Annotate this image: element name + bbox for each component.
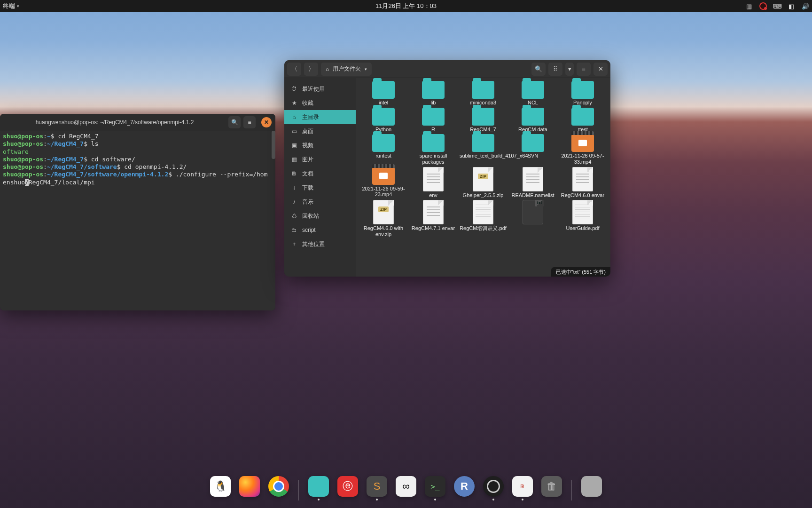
file-item[interactable]: intel: [359, 80, 407, 106]
dock-item-terminal[interactable]: >_: [425, 476, 445, 500]
prompt-command: ./configure --prefix=/hom: [172, 171, 268, 178]
clock[interactable]: 11月26日 上午 10：03: [375, 2, 437, 10]
file-item[interactable]: spare install packages: [409, 133, 457, 165]
terminal-cursor: /: [25, 179, 29, 186]
file-item[interactable]: RegCM data: [509, 107, 557, 133]
pathbar[interactable]: ⌂ 用户文件夹 ▾: [321, 63, 372, 76]
sidebar-item[interactable]: ⌂主目录: [284, 110, 356, 124]
file-item[interactable]: RegCM培训讲义.pdf: [459, 199, 507, 237]
dock-item-apps[interactable]: [581, 476, 602, 500]
terminal-titlebar[interactable]: huangwenshuo@pop-os: ~/RegCM4_7/software…: [0, 114, 275, 131]
file-item[interactable]: lib: [409, 80, 457, 106]
file-item[interactable]: 2021-11-26 09-59-23.mp4: [359, 166, 407, 198]
dock-item-chrome[interactable]: [268, 476, 289, 500]
dock-item-sublime[interactable]: S: [367, 476, 387, 500]
terminal-output: oftware: [3, 148, 29, 155]
dock-item-rstudio[interactable]: R: [454, 476, 475, 500]
file-item[interactable]: env: [409, 166, 457, 198]
sidebar-item[interactable]: 🗀script: [284, 223, 356, 237]
dock-item-baidu[interactable]: ∞: [396, 476, 416, 500]
nav-back-button[interactable]: 〈: [287, 63, 301, 76]
file-item[interactable]: SVN: [509, 133, 557, 165]
folder-icon: [372, 81, 395, 99]
dock-item-libreoffice[interactable]: 🗎: [512, 476, 533, 500]
baidu-icon: ∞: [396, 476, 416, 497]
file-item[interactable]: RegCM4.6.0 envar: [559, 166, 607, 198]
file-item[interactable]: Python: [359, 107, 407, 133]
terminal-body[interactable]: shuo@pop-os:~$ cd RegCM4_7shuo@pop-os:~/…: [0, 131, 275, 310]
file-label: SVN: [528, 153, 539, 159]
screen-record-indicator-icon[interactable]: [759, 2, 767, 10]
sidebar-item[interactable]: 🗎文档: [284, 167, 356, 181]
folder-icon: [422, 81, 445, 99]
workspace-indicator-icon[interactable]: ▥: [745, 2, 753, 10]
running-indicator: [318, 499, 320, 500]
app-menu-caret-icon[interactable]: ▾: [17, 4, 19, 8]
file-item[interactable]: RegCM4.6.0 with env.zip: [359, 199, 407, 237]
nav-forward-button[interactable]: 〉: [304, 63, 318, 76]
files-menu-button[interactable]: ≡: [577, 63, 591, 76]
file-item[interactable]: NCL: [509, 80, 557, 106]
sidebar-item-label: 主目录: [302, 113, 319, 121]
pathbar-caret-icon[interactable]: ▾: [365, 67, 367, 71]
terminal-close-button[interactable]: ✕: [261, 117, 272, 127]
terminal-scrollbar[interactable]: [272, 131, 275, 159]
sidebar-item-label: 最近使用: [302, 85, 325, 93]
terminal-search-button[interactable]: 🔍: [228, 116, 241, 128]
sidebar-item-label: 桌面: [302, 127, 313, 135]
dock-item-netease[interactable]: ⓔ: [337, 476, 358, 500]
sidebar-item[interactable]: ⏱最近使用: [284, 82, 356, 96]
view-toggle-button[interactable]: ⠿: [548, 63, 562, 76]
dock-item-obs[interactable]: [483, 476, 504, 500]
file-item[interactable]: sublime_text_build_4107_x64: [459, 133, 507, 165]
files-icon-grid[interactable]: intellibminiconda3NCLPanoplyPythonRRegCM…: [356, 78, 610, 277]
view-toggle-caret[interactable]: ▾: [565, 63, 574, 76]
file-item[interactable]: 2021-11-26 09-57-33.mp4: [559, 133, 607, 165]
file-item[interactable]: miniconda3: [459, 80, 507, 106]
file-item[interactable]: [509, 199, 557, 237]
sidebar-item-icon: ⌂: [291, 114, 297, 120]
file-label: lib: [430, 100, 436, 106]
volume-icon[interactable]: 🔊: [802, 2, 809, 10]
sidebar-item[interactable]: ▣视频: [284, 138, 356, 152]
file-item[interactable]: RegCM4.7.1 envar: [409, 199, 457, 237]
txt-icon: [523, 200, 543, 224]
chrome-icon: [268, 476, 289, 497]
files-close-button[interactable]: ✕: [593, 63, 608, 76]
terminal-menu-button[interactable]: ≡: [243, 116, 256, 128]
sidebar-item[interactable]: ♪音乐: [284, 195, 356, 209]
sidebar-item-icon: 🗀: [291, 227, 297, 233]
keyboard-indicator-icon[interactable]: ⌨: [773, 2, 781, 10]
files-icon: [308, 476, 329, 497]
file-label: env: [429, 192, 437, 198]
terminal-window: huangwenshuo@pop-os: ~/RegCM4_7/software…: [0, 114, 275, 310]
dock-item-qq[interactable]: 🐧: [210, 476, 231, 500]
file-item[interactable]: Panoply: [559, 80, 607, 106]
tray-app-icon[interactable]: ◧: [788, 2, 795, 10]
sidebar-item[interactable]: ▦图片: [284, 152, 356, 167]
sidebar-item[interactable]: ▭桌面: [284, 124, 356, 138]
file-item[interactable]: runtest: [359, 133, 407, 165]
files-search-button[interactable]: 🔍: [531, 63, 546, 76]
sidebar-item[interactable]: ♺回收站: [284, 209, 356, 223]
file-label: RegCM4.7.1 envar: [412, 225, 455, 231]
file-item[interactable]: R: [409, 107, 457, 133]
file-item[interactable]: RegCM4_7: [459, 107, 507, 133]
sidebar-item-icon: ↓: [291, 184, 297, 191]
file-item[interactable]: UserGuide.pdf: [559, 199, 607, 237]
dock-item-files[interactable]: [308, 476, 329, 500]
sidebar-item[interactable]: +其他位置: [284, 237, 356, 251]
sidebar-item[interactable]: ↓下载: [284, 181, 356, 195]
sidebar-item-icon: ▣: [291, 142, 297, 149]
app-menu-label[interactable]: 终端: [3, 2, 15, 10]
sidebar-item-icon: +: [291, 241, 297, 247]
file-item[interactable]: Ghelper_2.5.5.zip: [459, 166, 507, 198]
file-item[interactable]: rtest: [559, 107, 607, 133]
dock-item-firefox[interactable]: [239, 476, 260, 500]
sidebar-item[interactable]: ★收藏: [284, 96, 356, 110]
pathbar-label: 用户文件夹: [333, 65, 361, 73]
dock-item-trash[interactable]: 🗑: [541, 476, 562, 500]
running-indicator: [376, 499, 378, 500]
file-item[interactable]: README.namelist: [509, 166, 557, 198]
prompt-user: shuo@pop-os: [3, 133, 43, 140]
